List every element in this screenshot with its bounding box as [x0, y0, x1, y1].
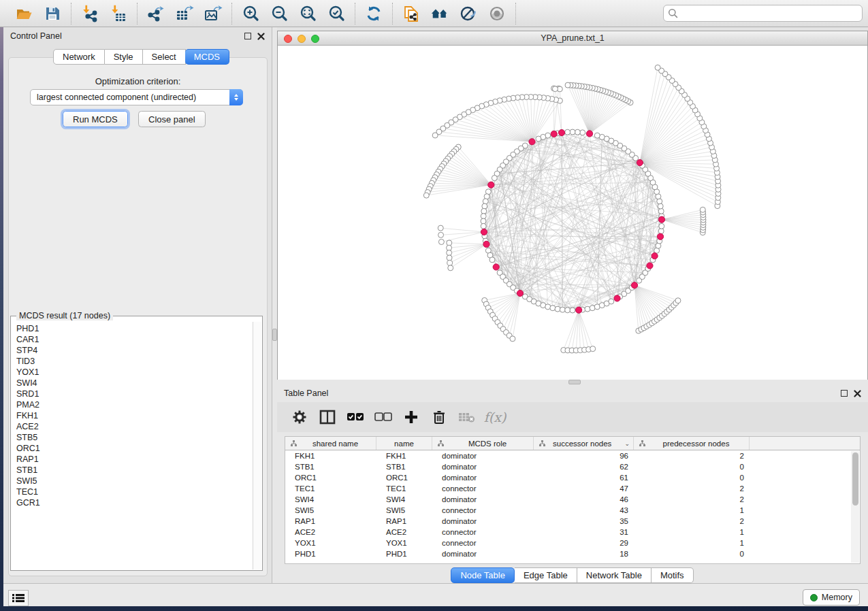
mcds-result-item[interactable]: PHD1: [16, 323, 253, 334]
export-network-button[interactable]: [146, 4, 165, 23]
tab-node-table[interactable]: Node Table: [451, 567, 515, 583]
tab-network-table[interactable]: Network Table: [577, 567, 652, 583]
network-node[interactable]: [483, 199, 488, 204]
table-settings-button[interactable]: [291, 408, 308, 426]
table-row[interactable]: RAP1RAP1dominator352: [285, 516, 860, 527]
mcds-result-item[interactable]: SRD1: [16, 389, 253, 399]
mcds-result-item[interactable]: SWI4: [16, 378, 253, 389]
table-row[interactable]: STB1STB1dominator620: [285, 461, 860, 472]
splitter-grip[interactable]: [568, 380, 581, 384]
minimize-window-light[interactable]: [298, 35, 306, 43]
clone-network-button[interactable]: [402, 4, 421, 23]
toolbar-search[interactable]: [663, 5, 863, 22]
memory-button[interactable]: Memory: [803, 589, 860, 606]
close-panel-icon[interactable]: [854, 390, 861, 397]
mcds-node[interactable]: [658, 216, 664, 222]
network-node[interactable]: [565, 82, 570, 88]
network-node[interactable]: [481, 223, 486, 229]
table-row[interactable]: SWI4SWI4dominator462: [285, 494, 860, 505]
mcds-node[interactable]: [657, 233, 663, 240]
column-header-mcds-role[interactable]: MCDS role: [432, 437, 534, 450]
birds-eye-view-button[interactable]: [487, 4, 507, 23]
mcds-result-item[interactable]: STB5: [16, 432, 253, 443]
automation-panel-button[interactable]: [8, 590, 29, 606]
delete-column-button[interactable]: [430, 408, 448, 426]
search-input[interactable]: [681, 9, 858, 18]
run-mcds-button[interactable]: Run MCDS: [63, 111, 128, 127]
horizontal-splitter[interactable]: [277, 380, 868, 384]
show-columns-button[interactable]: [319, 408, 336, 426]
vertical-splitter[interactable]: [272, 27, 277, 583]
column-header-name[interactable]: name: [376, 437, 432, 450]
network-node[interactable]: [432, 133, 438, 138]
zoom-fit-button[interactable]: [298, 4, 317, 23]
mcds-node[interactable]: [576, 307, 582, 313]
column-header-predecessor-nodes[interactable]: predecessor nodes: [634, 437, 750, 450]
network-window-titlebar[interactable]: YPA_prune.txt_1: [278, 31, 867, 46]
network-node[interactable]: [575, 129, 580, 135]
mcds-result-item[interactable]: ORC1: [16, 443, 253, 454]
mcds-result-item[interactable]: RAP1: [16, 454, 253, 465]
zoom-selected-button[interactable]: [327, 4, 346, 23]
mcds-result-item[interactable]: FKH1: [16, 410, 253, 421]
network-node[interactable]: [560, 307, 565, 312]
network-node[interactable]: [590, 346, 596, 352]
mcds-node[interactable]: [631, 282, 637, 288]
tab-motifs[interactable]: Motifs: [652, 567, 694, 583]
network-node[interactable]: [555, 306, 560, 312]
table-row[interactable]: TEC1TEC1connector472: [285, 483, 860, 494]
close-panel-button[interactable]: Close panel: [138, 111, 206, 127]
mcds-node[interactable]: [652, 253, 658, 259]
network-node[interactable]: [492, 176, 497, 181]
network-node[interactable]: [594, 133, 600, 138]
mcds-result-item[interactable]: GCR1: [16, 497, 253, 508]
table-row[interactable]: SWI5SWI5connector431: [285, 505, 860, 516]
mcds-result-item[interactable]: YOX1: [16, 367, 253, 378]
refresh-layout-button[interactable]: [364, 4, 383, 23]
add-column-button[interactable]: [402, 408, 420, 426]
mcds-node[interactable]: [647, 263, 653, 269]
network-node[interactable]: [423, 193, 429, 198]
criterion-select[interactable]: largest connected component (undirected): [30, 89, 243, 105]
mcds-node[interactable]: [529, 139, 535, 145]
network-node[interactable]: [447, 250, 452, 256]
table-row[interactable]: ACE2ACE2connector311: [285, 527, 860, 538]
search-network-button[interactable]: [430, 4, 449, 23]
close-window-light[interactable]: [284, 35, 292, 43]
network-node[interactable]: [550, 306, 556, 311]
network-node[interactable]: [700, 207, 705, 212]
network-node[interactable]: [570, 129, 575, 135]
mcds-result-item[interactable]: STP4: [16, 345, 253, 356]
network-node[interactable]: [655, 65, 660, 70]
mcds-result-item[interactable]: ACE2: [16, 421, 253, 432]
mcds-node[interactable]: [488, 182, 494, 188]
table-row[interactable]: PHD1PHD1dominator180: [285, 548, 860, 559]
network-node[interactable]: [438, 240, 444, 245]
tab-style[interactable]: Style: [105, 49, 143, 65]
network-node[interactable]: [481, 214, 486, 219]
mcds-result-item[interactable]: STB1: [16, 465, 253, 476]
network-node[interactable]: [481, 208, 487, 214]
mcds-result-item[interactable]: TID3: [16, 356, 253, 367]
column-header-shared-name[interactable]: shared name: [285, 437, 376, 450]
network-node[interactable]: [658, 208, 664, 214]
network-node[interactable]: [565, 308, 570, 313]
mcds-node[interactable]: [483, 241, 489, 247]
network-node[interactable]: [659, 223, 664, 229]
network-node[interactable]: [510, 336, 515, 342]
network-node[interactable]: [447, 245, 452, 250]
zoom-in-button[interactable]: [241, 4, 260, 23]
table-scrollbar[interactable]: [851, 451, 859, 563]
network-node[interactable]: [609, 299, 614, 304]
mcds-result-list[interactable]: PHD1CAR1STP4TID3YOX1SWI4SRD1PMA2FKH1ACE2…: [12, 322, 253, 569]
network-node[interactable]: [570, 308, 575, 313]
tab-network[interactable]: Network: [53, 49, 105, 65]
import-table-button[interactable]: [109, 4, 128, 23]
node-table-body[interactable]: FKH1FKH1dominator962STB1STB1dominator620…: [285, 450, 860, 563]
mcds-result-item[interactable]: TEC1: [16, 486, 253, 497]
network-node[interactable]: [552, 86, 558, 92]
network-graph-canvas[interactable]: [278, 46, 867, 380]
network-node[interactable]: [580, 130, 585, 135]
network-node[interactable]: [448, 265, 453, 271]
network-node[interactable]: [438, 225, 443, 231]
